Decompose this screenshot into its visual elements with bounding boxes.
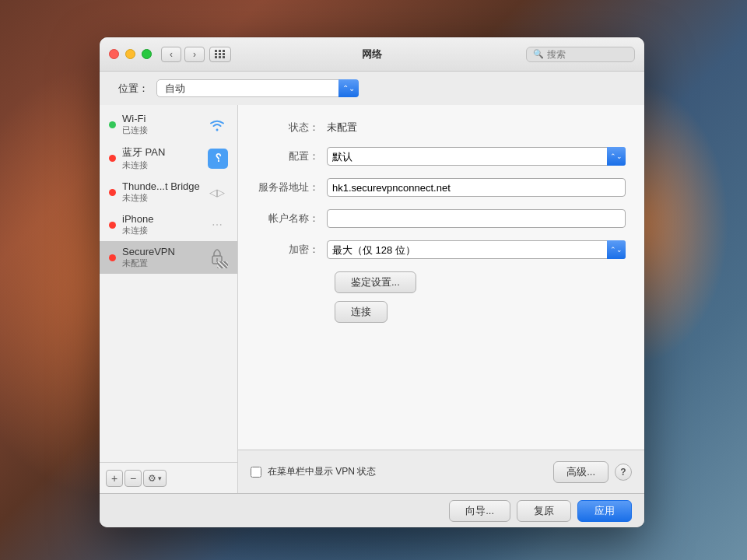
sidebar-item-bluetooth[interactable]: 蓝牙 PAN 未连接 ␦ xyxy=(100,141,237,176)
titlebar: ‹ › 网络 🔍 xyxy=(100,37,644,72)
location-select[interactable]: 自动 家庭 工作 xyxy=(156,79,359,97)
gear-dropdown-arrow: ▾ xyxy=(158,474,162,482)
location-label: 位置： xyxy=(118,82,149,96)
sidebar-list: Wi-Fi 已连接 蓝牙 PAN xyxy=(100,105,237,462)
sidebar-item-text-securevpn: SecureVPN 未配置 xyxy=(122,246,200,269)
status-dot-securevpn xyxy=(109,254,116,261)
vpn-stripes xyxy=(217,261,228,268)
vpn-icon xyxy=(206,247,228,268)
forward-button[interactable]: › xyxy=(184,47,205,62)
network-window: ‹ › 网络 🔍 位置： 自动 家庭 工作 ⌃⌄ xyxy=(100,37,644,527)
sidebar-item-name-wifi: Wi-Fi xyxy=(122,113,200,124)
gear-menu-button[interactable]: ⚙ ▾ xyxy=(143,470,167,487)
vpn-checkbox-area: 在菜单栏中显示 VPN 状态 xyxy=(251,465,553,478)
sidebar-item-status-iphone: 未连接 xyxy=(122,225,200,236)
window-title: 网络 xyxy=(362,47,382,61)
server-label: 服务器地址： xyxy=(257,180,327,194)
sidebar-item-name-bluetooth: 蓝牙 PAN xyxy=(122,145,202,159)
grid-icon xyxy=(215,50,226,58)
vpn-menubar-label: 在菜单栏中显示 VPN 状态 xyxy=(268,465,376,478)
thunderbolt-icon: ◁▷ xyxy=(206,181,228,203)
sidebar-item-name-securevpn: SecureVPN xyxy=(122,246,200,257)
close-button[interactable] xyxy=(109,49,119,59)
sidebar-item-status-wifi: 已连接 xyxy=(122,124,200,136)
footer-bar: 向导... 复原 应用 xyxy=(100,493,644,527)
status-dot-iphone xyxy=(109,222,116,229)
status-dot-wifi xyxy=(109,121,116,128)
sidebar-item-name-thunderbolt: Thunde...t Bridge xyxy=(122,180,200,192)
apply-button[interactable]: 应用 xyxy=(577,500,632,522)
maximize-button[interactable] xyxy=(142,49,152,59)
bluetooth-icon: ␦ xyxy=(208,149,228,169)
sidebar-item-text-bluetooth: 蓝牙 PAN 未连接 xyxy=(122,145,202,171)
config-label: 配置： xyxy=(257,149,327,163)
spacer xyxy=(257,331,626,450)
add-network-button[interactable]: + xyxy=(106,470,123,487)
sidebar-item-securevpn[interactable]: SecureVPN 未配置 xyxy=(100,241,237,274)
search-icon: 🔍 xyxy=(533,49,544,59)
account-label: 帐户名称： xyxy=(257,212,327,226)
encrypt-select-wrapper: 最大（仅 128 位） 128 位 无 ⌃⌄ xyxy=(327,240,626,259)
server-input[interactable] xyxy=(327,178,626,197)
vpn-menubar-checkbox[interactable] xyxy=(251,467,261,478)
account-row: 帐户名称： xyxy=(257,209,626,228)
remove-network-button[interactable]: − xyxy=(124,470,142,487)
help-button[interactable]: ? xyxy=(615,464,632,481)
connect-button[interactable]: 连接 xyxy=(335,301,388,323)
wifi-icon xyxy=(206,114,228,135)
status-row: 状态： 未配置 xyxy=(257,121,626,135)
server-row: 服务器地址： xyxy=(257,178,626,197)
advanced-button[interactable]: 高级... xyxy=(553,461,608,483)
sidebar-item-iphone[interactable]: iPhone 未连接 ⋯ xyxy=(100,208,237,241)
account-input[interactable] xyxy=(327,209,626,228)
sidebar-item-status-bluetooth: 未连接 xyxy=(122,159,202,171)
connect-button-row: 连接 xyxy=(257,301,626,323)
minimize-button[interactable] xyxy=(125,49,135,59)
detail-panel: 状态： 未配置 配置： 默认 手动 ⌃⌄ 服务器地址： xyxy=(238,105,644,493)
sidebar-item-name-iphone: iPhone xyxy=(122,213,200,225)
sidebar-item-wifi[interactable]: Wi-Fi 已连接 xyxy=(100,108,237,141)
sidebar-item-status-securevpn: 未配置 xyxy=(122,257,200,269)
encrypt-select[interactable]: 最大（仅 128 位） 128 位 无 xyxy=(327,240,626,259)
encrypt-row: 加密： 最大（仅 128 位） 128 位 无 ⌃⌄ xyxy=(257,240,626,259)
sidebar-bottom: + − ⚙ ▾ xyxy=(100,462,237,493)
vpn-status-bar: 在菜单栏中显示 VPN 状态 高级... ? xyxy=(238,450,644,493)
sidebar-item-status-thunderbolt: 未连接 xyxy=(122,192,200,204)
traffic-lights xyxy=(109,49,152,59)
sidebar-item-text-wifi: Wi-Fi 已连接 xyxy=(122,113,200,136)
bottom-right-buttons: 高级... ? xyxy=(553,461,632,483)
status-label: 状态： xyxy=(257,121,327,135)
revert-button[interactable]: 复原 xyxy=(517,500,571,522)
nav-buttons: ‹ › xyxy=(161,47,205,62)
auth-settings-button[interactable]: 鉴定设置... xyxy=(335,271,416,293)
sidebar: Wi-Fi 已连接 蓝牙 PAN xyxy=(100,105,238,493)
config-select-wrapper: 默认 手动 ⌃⌄ xyxy=(327,147,626,166)
wizard-button[interactable]: 向导... xyxy=(449,500,510,522)
status-value: 未配置 xyxy=(327,121,357,135)
status-dot-thunderbolt xyxy=(109,189,116,196)
search-box[interactable]: 🔍 xyxy=(526,47,635,62)
sidebar-item-thunderbolt[interactable]: Thunde...t Bridge 未连接 ◁▷ xyxy=(100,176,237,208)
config-select[interactable]: 默认 手动 xyxy=(327,147,626,166)
encrypt-label: 加密： xyxy=(257,243,327,257)
back-button[interactable]: ‹ xyxy=(161,47,181,62)
auth-button-row: 鉴定设置... xyxy=(257,271,626,293)
location-select-wrapper: 自动 家庭 工作 ⌃⌄ xyxy=(156,79,359,97)
sidebar-item-text-iphone: iPhone 未连接 xyxy=(122,213,200,236)
content-area: Wi-Fi 已连接 蓝牙 PAN xyxy=(100,105,644,493)
config-row: 配置： 默认 手动 ⌃⌄ xyxy=(257,147,626,166)
sidebar-item-text-thunderbolt: Thunde...t Bridge 未连接 xyxy=(122,180,200,204)
grid-button[interactable] xyxy=(209,47,231,62)
location-bar: 位置： 自动 家庭 工作 ⌃⌄ xyxy=(100,72,644,105)
search-input[interactable] xyxy=(547,49,625,60)
iphone-icon: ⋯ xyxy=(206,214,228,236)
status-dot-bluetooth xyxy=(109,155,116,162)
gear-icon: ⚙ xyxy=(148,473,156,484)
